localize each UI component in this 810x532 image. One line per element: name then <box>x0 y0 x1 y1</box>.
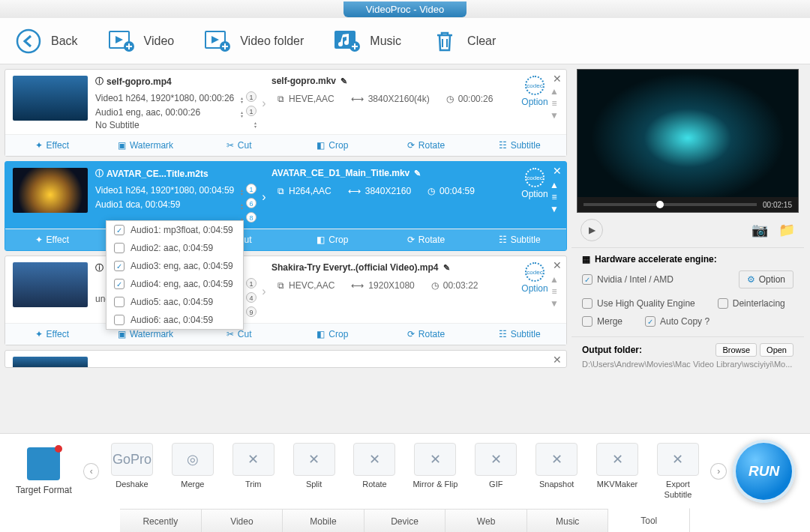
tool-icon: ✕ <box>414 443 456 476</box>
tab-web[interactable]: Web <box>446 509 527 532</box>
audio-track-info[interactable]: Audio1 eng, aac, 00:00:26 <box>95 107 200 118</box>
crop-icon: ◧ <box>316 140 325 151</box>
back-button[interactable]: Back <box>15 28 78 55</box>
subtitle-icon: ☷ <box>499 329 507 339</box>
video-card[interactable]: ✕ <box>4 350 567 368</box>
watermark-button[interactable]: ▣Watermark <box>99 135 193 156</box>
open-button[interactable]: Open <box>760 343 794 357</box>
effect-button[interactable]: ✦Effect <box>5 324 99 345</box>
subtitle-info[interactable]: No Subtitle <box>95 120 140 130</box>
tool-label: Deshake <box>105 480 158 489</box>
close-icon[interactable]: ✕ <box>553 165 562 177</box>
rotate-icon: ⟳ <box>407 329 415 339</box>
audio-track-option[interactable]: Audio5: aac, 0:04:59 <box>106 293 243 311</box>
audio-track-info[interactable]: Audio1 dca, 00:04:59 <box>95 199 180 210</box>
autocopy-checkbox[interactable]: ✓Auto Copy ? <box>645 316 710 327</box>
open-folder-icon[interactable]: 📁 <box>778 222 795 238</box>
audio-option-label: Audio4: eng, aac, 0:04:59 <box>130 279 233 289</box>
clear-button[interactable]: Clear <box>431 28 496 55</box>
audio-track-option[interactable]: ✓Audio3: eng, aac, 0:04:59 <box>106 257 243 275</box>
close-icon[interactable]: ✕ <box>553 259 562 271</box>
preview-player[interactable]: 00:02:15 <box>577 69 799 213</box>
tab-recently[interactable]: Recently <box>120 509 202 532</box>
subtitle-button[interactable]: ☷Subtitle <box>472 324 566 345</box>
video-card[interactable]: ✕ ⓘself-gopro.mp4 Video1 h264, 1920*1080… <box>4 69 567 157</box>
seek-bar[interactable] <box>584 203 757 206</box>
close-icon[interactable]: ✕ <box>553 73 562 85</box>
scroll-right-button[interactable]: › <box>710 463 727 480</box>
tool-gif[interactable]: ✕GIF <box>470 443 523 499</box>
tool-rotate[interactable]: ✕Rotate <box>348 443 401 499</box>
tab-music[interactable]: Music <box>527 509 609 532</box>
add-music-button[interactable]: Music <box>334 28 401 55</box>
tab-mobile[interactable]: Mobile <box>283 509 364 532</box>
tab-tool[interactable]: Tool <box>608 508 690 532</box>
add-video-button[interactable]: Video <box>108 28 175 55</box>
crop-button[interactable]: ◧Crop <box>286 324 380 345</box>
hw-option-button[interactable]: ⚙Option <box>739 270 794 288</box>
crop-button[interactable]: ◧Crop <box>286 229 380 250</box>
tool-split[interactable]: ✕Split <box>287 443 340 499</box>
video-card[interactable]: ✕ ⓘ ▴▾1 undefined▴▾4 ▴▾9 › Shakira-Try E… <box>4 256 567 345</box>
hw-accel-title: Hardware accelerate engine: <box>595 254 717 265</box>
edit-icon[interactable]: ✎ <box>414 169 421 178</box>
effect-button[interactable]: ✦Effect <box>5 229 99 250</box>
output-filename: self-gopro.mkv <box>272 76 336 86</box>
codec-value: HEVE,AAC <box>289 94 334 104</box>
arrow-icon: › <box>256 168 272 226</box>
effect-button[interactable]: ✦Effect <box>5 135 99 156</box>
tab-device[interactable]: Device <box>364 509 446 532</box>
subtitle-button[interactable]: ☷Subtitle <box>472 229 566 250</box>
audio-track-option[interactable]: ✓Audio4: eng, aac, 0:04:59 <box>106 275 243 293</box>
scroll-left-button[interactable]: ‹ <box>83 463 100 480</box>
audio-track-option[interactable]: Audio6: aac, 0:04:59 <box>106 311 243 329</box>
codec-option-button[interactable]: codecOption <box>520 76 550 131</box>
play-button[interactable]: ▶ <box>580 219 603 241</box>
codec-option-button[interactable]: codecOption <box>520 168 550 226</box>
tool-mirror-flip[interactable]: ✕Mirror & Flip <box>409 443 462 499</box>
file-list: ✕ ⓘself-gopro.mp4 Video1 h264, 1920*1080… <box>4 69 572 427</box>
close-icon[interactable]: ✕ <box>553 354 562 366</box>
tool-merge[interactable]: ◎Merge <box>166 443 219 499</box>
rotate-button[interactable]: ⟳Rotate <box>380 135 473 156</box>
audio-option-label: Audio5: aac, 0:04:59 <box>130 297 213 307</box>
tool-snapshot[interactable]: ✕Snapshot <box>530 443 584 499</box>
merge-checkbox[interactable]: Merge <box>582 316 622 327</box>
checkbox-icon <box>114 315 124 325</box>
vendor-checkbox[interactable]: ✓Nvidia / Intel / AMD <box>582 274 674 285</box>
cut-button[interactable]: ✂Cut <box>192 135 286 156</box>
subtitle-icon: ☷ <box>499 140 507 151</box>
audio-track-option[interactable]: Audio2: aac, 0:04:59 <box>106 239 243 257</box>
tool-trim[interactable]: ✕Trim <box>226 443 280 499</box>
tool-icon: ✕ <box>353 443 395 476</box>
rotate-button[interactable]: ⟳Rotate <box>380 229 473 250</box>
browse-button[interactable]: Browse <box>716 343 757 357</box>
audio-track-dropdown[interactable]: ✓Audio1: mp3float, 0:04:59Audio2: aac, 0… <box>106 220 244 330</box>
tool-export-subtitle[interactable]: ✕Export Subtitle <box>652 443 705 499</box>
option-label: Option <box>521 97 548 107</box>
snapshot-icon[interactable]: 📷 <box>752 222 768 238</box>
tab-video[interactable]: Video <box>202 509 284 532</box>
run-button[interactable]: RUN <box>733 440 795 503</box>
codec-value: H264,AAC <box>289 186 332 196</box>
chip-icon: ▦ <box>582 254 590 265</box>
edit-icon[interactable]: ✎ <box>340 76 347 86</box>
hq-engine-checkbox[interactable]: Use High Quality Engine <box>582 298 695 309</box>
codec-option-button[interactable]: codecOption <box>520 262 550 320</box>
edit-icon[interactable]: ✎ <box>443 263 450 273</box>
crop-button[interactable]: ◧Crop <box>286 135 380 156</box>
subtitle-button[interactable]: ☷Subtitle <box>472 135 566 156</box>
target-format[interactable]: Target Format <box>10 447 77 495</box>
resolution-icon: ⟷ <box>351 280 364 291</box>
info-icon: ⓘ <box>95 168 104 179</box>
audio-track-option[interactable]: ✓Audio1: mp3float, 0:04:59 <box>106 221 243 239</box>
autocopy-label: Auto Copy ? <box>660 316 710 327</box>
video-card[interactable]: ✕ ⓘAVATAR_CE...Title.m2ts Video1 h264, 1… <box>4 161 567 251</box>
add-video-folder-button[interactable]: Video folder <box>204 28 304 55</box>
gear-icon: codec <box>525 168 544 187</box>
tool-mkvmaker[interactable]: ✕MKVMaker <box>591 443 644 499</box>
deinterlacing-checkbox[interactable]: Deinterlacing <box>718 298 785 309</box>
rotate-button[interactable]: ⟳Rotate <box>380 324 473 345</box>
tool-deshake[interactable]: GoProDeshake <box>105 443 158 499</box>
wand-icon: ✦ <box>35 140 43 151</box>
